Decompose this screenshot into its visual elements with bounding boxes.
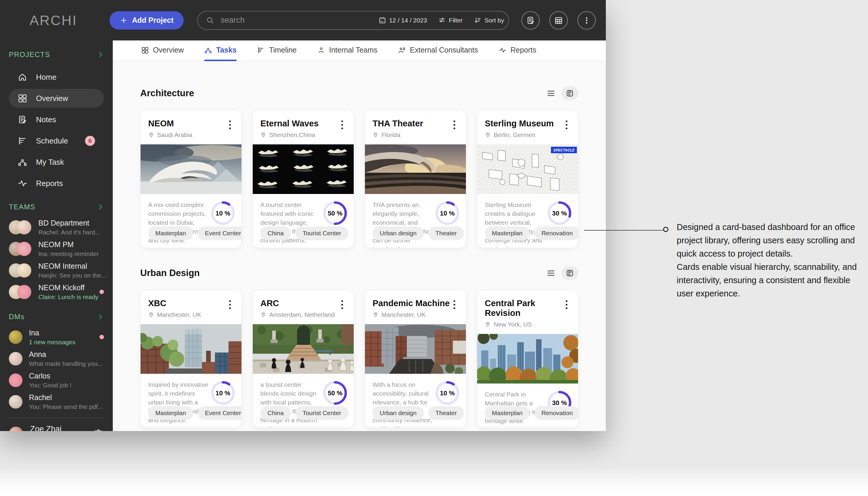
tag-chip[interactable]: Theater [429, 406, 464, 420]
project-card-central-park-revision[interactable]: Central Park Revision New York, US [477, 290, 578, 428]
more-options-button[interactable] [577, 11, 596, 30]
dm-row-carlos[interactable]: Carlos You: Good job ! [9, 369, 104, 391]
section-title: Architecture [140, 88, 194, 98]
sort-control[interactable]: Sort by [474, 17, 504, 24]
svg-text:10 %: 10 % [440, 389, 455, 397]
project-card-tha-theater[interactable]: THA Theater Florida [365, 110, 466, 248]
project-title: XBC [148, 298, 226, 308]
list-view-button[interactable] [546, 89, 555, 98]
add-project-label: Add Project [132, 16, 173, 25]
card-menu-button[interactable] [562, 119, 571, 138]
add-project-button[interactable]: Add Project [110, 11, 183, 30]
project-card-xbc[interactable]: XBC Manchester, UK [140, 290, 242, 428]
card-menu-button[interactable] [562, 298, 571, 328]
sidebar-item-notes[interactable]: Notes [9, 110, 104, 129]
svg-text:SPECTACLE: SPECTACLE [553, 148, 575, 152]
sidebar-item-label: My Task [36, 158, 64, 167]
team-row-bd-department[interactable]: BD Department Rachel: And it's hard... [9, 216, 104, 238]
tag-chip[interactable]: Tourist Center [296, 406, 348, 420]
teams-list: BD Department Rachel: And it's hard... N… [9, 216, 104, 303]
tab-tasks[interactable]: Tasks [204, 41, 236, 61]
tab-timeline[interactable]: Timeline [257, 41, 297, 61]
team-row-neom-kickoff[interactable]: NEOM Kickoff Claire: Lunch is ready [9, 281, 104, 303]
card-menu-button[interactable] [338, 298, 346, 318]
date-control[interactable]: 12 / 14 / 2023 [378, 17, 427, 24]
tab-internal-teams[interactable]: Internal Teams [317, 41, 377, 61]
tag-chip[interactable]: Masterplan [148, 227, 193, 240]
progress-ring: 10 % [210, 200, 236, 226]
notes-edit-button[interactable] [522, 11, 540, 30]
tag-chip[interactable]: Urban design [373, 406, 424, 420]
dms-label: DMs [9, 313, 25, 321]
card-menu-button[interactable] [450, 119, 459, 138]
project-location: Manchester, UK [382, 311, 425, 318]
teams-section-header[interactable]: TEAMS [9, 203, 104, 211]
tag-chip[interactable]: Event Center [198, 227, 242, 240]
sidebar: PROJECTS Home Overview Notes Schedule 6 [0, 41, 113, 431]
dms-section-header[interactable]: DMs [9, 313, 104, 321]
dm-row-rachel[interactable]: Rachel You: Please send the pdf... [9, 391, 104, 413]
search-icon [206, 16, 214, 25]
project-card-sterling-museum[interactable]: Sterling Museum Berlin, Germen [477, 110, 578, 248]
gear-icon[interactable] [93, 428, 104, 431]
dm-row-anna[interactable]: Anna What made handling you... [9, 348, 104, 369]
dm-name: Anna [29, 350, 103, 359]
view-toggles [546, 266, 578, 280]
grid-icon [18, 94, 27, 103]
grid-view-button[interactable] [561, 87, 578, 100]
svg-text:50 %: 50 % [328, 210, 342, 217]
tab-overview[interactable]: Overview [141, 41, 184, 61]
search-tools: 12 / 14 / 2023 Filter Sort by [378, 17, 504, 24]
sidebar-item-schedule[interactable]: Schedule 6 [9, 131, 104, 150]
sidebar-item-overview[interactable]: Overview [9, 89, 104, 108]
pin-icon [260, 312, 266, 318]
team-row-neom-pm[interactable]: NEOM PM Ina: meeting reminder [9, 238, 104, 260]
cards-row-urban-design: XBC Manchester, UK [140, 290, 606, 428]
tag-chip[interactable]: Masterplan [485, 227, 530, 240]
project-card-arc[interactable]: ARC Amsterdam, Netherland [252, 290, 354, 428]
svg-text:50 %: 50 % [328, 389, 342, 397]
notes-icon [18, 115, 27, 124]
card-menu-button[interactable] [450, 298, 459, 318]
list-view-button[interactable] [546, 269, 555, 278]
tag-chip[interactable]: China [260, 227, 291, 240]
team-avatars [9, 263, 32, 278]
tag-chip[interactable]: China [260, 406, 291, 420]
search-input[interactable] [221, 16, 378, 25]
gantt-icon [18, 136, 27, 145]
calendar-grid-icon [554, 16, 563, 25]
project-title: Sterling Museum [485, 119, 562, 128]
progress-ring: 10 % [210, 380, 236, 406]
calendar-grid-button[interactable] [549, 11, 568, 30]
tag-chip[interactable]: Renovation [534, 227, 578, 240]
project-description: THA presents an elegantly simple, econom… [373, 200, 433, 248]
profile-row[interactable]: Zoe Zhai Active [9, 424, 104, 431]
dm-row-ina[interactable]: Ina 1 new messages [9, 326, 104, 348]
sidebar-item-reports[interactable]: Reports [9, 174, 104, 193]
card-menu-button[interactable] [338, 119, 346, 138]
project-title: Pandemic Machine [373, 298, 450, 308]
tag-chip[interactable]: Event Center [198, 406, 242, 420]
tag-chip[interactable]: Masterplan [148, 406, 193, 420]
projects-section-header[interactable]: PROJECTS [9, 50, 104, 59]
filter-control[interactable]: Filter [438, 17, 463, 24]
tag-chip[interactable]: Urban design [373, 227, 424, 240]
tag-chip[interactable]: Masterplan [485, 406, 530, 420]
project-card-pandemic-machine[interactable]: Pandemic Machine Manchester, UK [365, 290, 466, 428]
tag-chip[interactable]: Renovation [534, 406, 578, 420]
sidebar-item-my-task[interactable]: My Task [9, 153, 104, 172]
tab-external-consultants[interactable]: External Consultants [398, 41, 478, 61]
team-row-neom-internal[interactable]: NEOM Internal Hanjin: See you on the... [9, 260, 104, 281]
project-card-eternal-waves[interactable]: Eternal Waves Shenzhen,China [252, 110, 354, 248]
sidebar-item-home[interactable]: Home [9, 67, 104, 87]
bezier-nodes-icon [18, 157, 27, 167]
main-panel: Overview Tasks Timeline Internal Teams E… [113, 41, 606, 431]
bezier-nodes-icon [204, 46, 212, 54]
card-menu-button[interactable] [226, 119, 234, 138]
project-card-neom[interactable]: NEOM Saudi Arabia [140, 110, 242, 248]
card-menu-button[interactable] [226, 298, 234, 318]
tag-chip[interactable]: Tourist Center [296, 227, 348, 240]
tab-reports[interactable]: Reports [499, 41, 537, 61]
grid-view-button[interactable] [561, 266, 578, 280]
tag-chip[interactable]: Theater [429, 227, 464, 240]
